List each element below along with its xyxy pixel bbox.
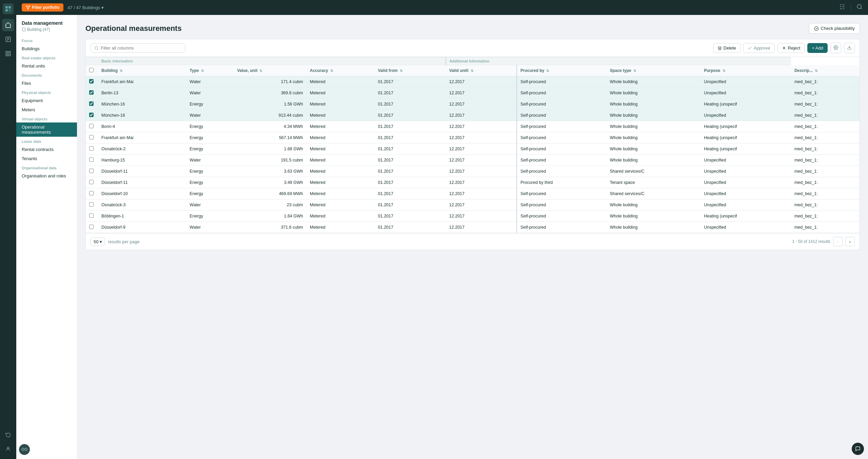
row-checkbox[interactable] [89,79,94,83]
chat-button[interactable] [852,443,864,455]
nav-section-documents: Documents [16,71,77,79]
cell-valid-from: 01.2017 [375,132,446,144]
nav-section-lease-data: Lease data [16,137,77,145]
download-icon[interactable] [844,43,855,53]
cell-valid-from: 01.2017 [375,88,446,99]
filter-icon[interactable] [839,4,845,11]
row-checkbox[interactable] [89,146,94,151]
col-type[interactable]: Type ⇅ [186,65,234,76]
left-nav-subtitle: Building (47) [16,27,77,36]
per-page-select[interactable]: 50 ▾ [91,237,105,246]
cell-procured-by: Self-procured [517,132,606,144]
cell-accuracy: Metered [307,110,375,121]
cell-valid-until: 12.2017 [446,76,517,88]
table-row: München-18 Water 913.44 cubm Metered 01.… [86,110,860,121]
pagination-bar: 50 ▾ results per page 1 - 50 of 1412 res… [86,233,860,250]
nav-icon-chart[interactable] [2,47,14,60]
col-purpose[interactable]: Purpose ⇅ [701,65,791,76]
cell-accuracy: Metered [307,132,375,144]
row-checkbox[interactable] [89,202,94,207]
svg-point-20 [857,4,861,8]
table-row: Osnabrück-2 Energy 1.68 GWh Metered 01.2… [86,144,860,155]
section-additional-info: Additional information [446,57,791,65]
col-procured-by[interactable]: Procured by ⇅ [517,65,606,76]
approve-button[interactable]: Approve [743,43,774,53]
sidebar-item-buildings[interactable]: Buildings [16,44,77,53]
row-checkbox[interactable] [89,169,94,173]
sidebar-item-files[interactable]: Files [16,79,77,88]
prev-page-button[interactable]: ‹ [833,237,843,246]
svg-rect-11 [9,54,11,56]
row-checkbox[interactable] [89,124,94,128]
cell-building: Frankfurt am Mai [98,76,186,88]
row-checkbox[interactable] [89,191,94,195]
cell-desc: med_bez_1: [791,211,860,222]
table-row: Berlin-13 Water 369.8 cubm Metered 01.20… [86,88,860,99]
cell-desc: med_bez_1: [791,121,860,132]
add-button[interactable]: + Add [807,43,828,53]
cell-purpose: Unspecified [701,222,791,233]
row-checkbox[interactable] [89,225,94,229]
table-row: Düsseldorf-11 Energy 3.63 GWh Metered 01… [86,166,860,177]
select-all-checkbox[interactable] [89,68,94,72]
row-checkbox[interactable] [89,135,94,139]
row-checkbox[interactable] [89,90,94,95]
cell-space-type: Whole building [606,199,701,211]
cell-valid-until: 12.2017 [446,99,517,110]
row-checkbox[interactable] [89,180,94,184]
cell-building: Bonn-4 [98,121,186,132]
sidebar-item-meters[interactable]: Meters [16,105,77,114]
search-input[interactable] [101,45,182,51]
cell-purpose: Unspecified [701,166,791,177]
sidebar-item-tenants[interactable]: Tenants [16,154,77,163]
cell-value: 469.69 MWh [234,188,307,199]
check-plausibility-button[interactable]: Check plausibility [809,23,860,34]
sidebar-item-rental-contracts[interactable]: Rental contracts [16,145,77,154]
col-valid-from[interactable]: Valid from ⇅ [375,65,446,76]
page-header: Operational measurements Check plausibil… [85,23,860,34]
svg-rect-22 [22,28,25,31]
row-checkbox[interactable] [89,101,94,106]
nav-icon-home[interactable] [2,19,14,31]
nav-icon-user[interactable] [2,443,14,455]
row-checkbox[interactable] [89,113,94,117]
cell-procured-by: Self-procured [517,99,606,110]
page-title: Operational measurements [85,24,182,33]
cell-valid-until: 12.2017 [446,177,517,188]
top-bar: Filter portfolio 47 / 47 Buildings ▾ [16,0,868,15]
cell-procured-by: Self-procured [517,166,606,177]
settings-icon[interactable] [830,43,841,53]
nav-section-org-data: Organisational data [16,163,77,171]
search-icon-topbar[interactable] [856,4,863,11]
cell-type: Energy [186,121,234,132]
filter-portfolio-button[interactable]: Filter portfolio [22,3,63,12]
cell-desc: med_bez_1: [791,166,860,177]
delete-button[interactable]: Delete [713,43,741,53]
sidebar-item-org-roles[interactable]: Organisation and roles [16,171,77,180]
buildings-count[interactable]: 47 / 47 Buildings ▾ [67,5,104,10]
col-space-type[interactable]: Space type ⇅ [606,65,701,76]
next-page-button[interactable]: › [845,237,855,246]
col-building[interactable]: Building ⇅ [98,65,186,76]
cell-value: 191.5 cubm [234,155,307,166]
nav-icon-edit[interactable] [2,33,14,45]
table-row: Düsseldorf-10 Energy 469.69 MWh Metered … [86,188,860,199]
col-accuracy[interactable]: Accuracy ⇅ [307,65,375,76]
col-description[interactable]: Descrip... ⇅ [791,65,860,76]
user-avatar[interactable]: OO [19,444,30,455]
sidebar-item-operational-measurements[interactable]: Operational measurements [16,122,77,137]
cell-purpose: Unspecified [701,76,791,88]
search-box[interactable] [91,43,185,53]
reject-button[interactable]: Reject [777,43,805,53]
nav-icon-history[interactable] [2,428,14,441]
row-checkbox[interactable] [89,157,94,162]
app-logo[interactable] [3,3,14,14]
cell-value: 913.44 cubm [234,110,307,121]
row-checkbox[interactable] [89,213,94,218]
sidebar-item-equipment[interactable]: Equipment [16,96,77,105]
col-valid-until[interactable]: Valid until ⇅ [446,65,517,76]
cell-accuracy: Metered [307,121,375,132]
sidebar-item-rental-units[interactable]: Rental units [16,61,77,71]
cell-purpose: Unspecified [701,199,791,211]
col-value-unit[interactable]: Value, unit ⇅ [234,65,307,76]
